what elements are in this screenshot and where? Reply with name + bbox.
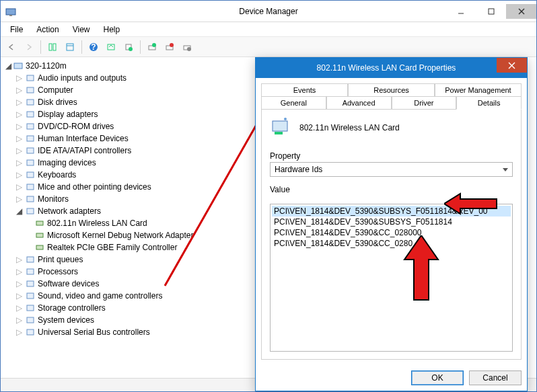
- tab-details[interactable]: Details: [456, 96, 522, 110]
- svg-text:?: ?: [91, 42, 96, 52]
- expander-icon[interactable]: ▷: [14, 146, 24, 155]
- tree-node-label: DVD/CD-ROM drives: [38, 122, 114, 131]
- update-driver-button[interactable]: [120, 39, 137, 55]
- properties-dialog: 802.11n Wireless LAN Card Properties Eve…: [255, 57, 528, 391]
- expander-icon[interactable]: ▷: [14, 315, 24, 325]
- svg-rect-40: [27, 293, 34, 299]
- dialog-close-button[interactable]: [497, 58, 527, 73]
- expander-icon[interactable]: ▷: [14, 303, 24, 313]
- tree-node-label: Disk drives: [38, 97, 77, 107]
- category-icon: [25, 97, 36, 108]
- tree-node-label: Computer: [38, 85, 73, 95]
- minimize-button[interactable]: [445, 4, 476, 19]
- expander-icon[interactable]: ▷: [14, 158, 24, 167]
- tree-node-label: Keyboards: [38, 170, 76, 180]
- value-row[interactable]: PCI\VEN_1814&DEV_5390&SUBSYS_F0511814: [272, 217, 511, 227]
- tab-events[interactable]: Events: [261, 83, 348, 96]
- cancel-button[interactable]: Cancel: [469, 370, 522, 385]
- svg-rect-26: [27, 124, 34, 129]
- svg-rect-36: [36, 245, 43, 249]
- scan-hardware-button[interactable]: [103, 39, 119, 55]
- property-combo[interactable]: Hardware Ids: [270, 162, 513, 177]
- dialog-titlebar[interactable]: 802.11n Wireless LAN Card Properties: [256, 58, 527, 78]
- dialog-button-row: OK Cancel: [256, 365, 527, 391]
- toolbar: ?: [1, 37, 536, 57]
- expander-icon[interactable]: ▷: [14, 255, 24, 264]
- svg-rect-48: [275, 132, 283, 134]
- tree-node-label: Processors: [38, 267, 78, 276]
- tree-node-label: Monitors: [38, 194, 69, 204]
- expander-icon[interactable]: ▷: [14, 170, 24, 180]
- help-button[interactable]: ?: [85, 39, 102, 55]
- svg-rect-41: [27, 305, 34, 311]
- expander-icon[interactable]: ▷: [14, 291, 24, 301]
- properties-button[interactable]: [62, 39, 78, 55]
- category-icon: [25, 109, 36, 120]
- svg-rect-27: [27, 136, 34, 141]
- svg-rect-1: [9, 15, 12, 16]
- tree-node-label: Print queues: [38, 255, 83, 264]
- svg-rect-35: [36, 233, 43, 237]
- tree-leaf-label: Realtek PCIe GBE Family Controller: [47, 243, 177, 252]
- menu-help[interactable]: Help: [98, 24, 126, 36]
- expander-icon[interactable]: ▷: [14, 122, 24, 131]
- expander-icon[interactable]: ▷: [14, 134, 24, 143]
- expander-icon[interactable]: ▷: [14, 194, 24, 204]
- svg-rect-0: [6, 9, 15, 15]
- expander-icon[interactable]: ▷: [14, 327, 24, 337]
- device-icon: [34, 218, 45, 229]
- dialog-title: 802.11n Wireless LAN Card Properties: [256, 63, 497, 73]
- expander-icon[interactable]: ▷: [14, 73, 24, 83]
- close-button[interactable]: [506, 4, 536, 19]
- expander-icon[interactable]: ▷: [14, 97, 24, 107]
- tree-leaf-label: 802.11n Wireless LAN Card: [47, 219, 147, 228]
- svg-rect-7: [53, 44, 56, 50]
- category-icon: [25, 303, 36, 313]
- expander-icon[interactable]: ▷: [14, 182, 24, 192]
- category-icon: [25, 290, 36, 301]
- value-row[interactable]: PCI\VEN_1814&DEV_5390&CC_0280: [272, 238, 511, 249]
- menu-action[interactable]: Action: [31, 24, 64, 36]
- svg-rect-30: [27, 172, 34, 178]
- tree-leaf-label: Microsoft Kernel Debug Network Adapter: [47, 231, 193, 240]
- forward-button[interactable]: [21, 39, 37, 55]
- category-icon: [25, 266, 36, 277]
- value-label: Value: [270, 185, 513, 194]
- show-hide-tree-button[interactable]: [44, 39, 61, 55]
- network-card-icon: [270, 116, 293, 139]
- titlebar: Device Manager: [1, 1, 536, 22]
- tab-resources[interactable]: Resources: [348, 83, 435, 96]
- value-row[interactable]: PCI\VEN_1814&DEV_5390&SUBSYS_F0511814&RE…: [272, 206, 511, 217]
- category-icon: [25, 73, 36, 83]
- device-name: 802.11n Wireless LAN Card: [299, 123, 400, 132]
- device-header: 802.11n Wireless LAN Card: [270, 116, 513, 139]
- expander-icon[interactable]: ▷: [14, 110, 24, 119]
- value-listbox[interactable]: PCI\VEN_1814&DEV_5390&SUBSYS_F0511814&RE…: [270, 204, 513, 352]
- tree-node-label: Mice and other pointing devices: [38, 182, 151, 192]
- tab-general[interactable]: General: [261, 96, 326, 109]
- disable-button[interactable]: [162, 39, 178, 55]
- svg-rect-37: [27, 257, 34, 262]
- svg-rect-34: [36, 221, 43, 225]
- tree-node-label: Display adapters: [38, 110, 98, 119]
- device-icon: [34, 242, 45, 253]
- expander-icon[interactable]: ▷: [14, 85, 24, 95]
- expander-icon[interactable]: ◢: [14, 206, 24, 216]
- expander-icon[interactable]: ◢: [3, 61, 13, 71]
- ok-button[interactable]: OK: [411, 370, 464, 385]
- uninstall-button[interactable]: [144, 39, 160, 55]
- tab-advanced[interactable]: Advanced: [326, 96, 392, 109]
- expander-icon[interactable]: ▷: [14, 267, 24, 276]
- menu-view[interactable]: View: [67, 24, 96, 36]
- tab-panel-details: 802.11n Wireless LAN Card Property Hardw…: [261, 109, 522, 360]
- tab-power-management[interactable]: Power Management: [435, 83, 522, 96]
- menu-file[interactable]: File: [5, 24, 28, 36]
- svg-rect-33: [27, 208, 34, 214]
- expander-icon[interactable]: ▷: [14, 279, 24, 288]
- back-button[interactable]: [3, 39, 20, 55]
- maximize-button[interactable]: [476, 4, 506, 19]
- enable-button[interactable]: [179, 39, 195, 55]
- tab-driver[interactable]: Driver: [392, 96, 457, 109]
- dialog-body: Events Resources Power Management Genera…: [256, 78, 527, 365]
- value-row[interactable]: PCI\VEN_1814&DEV_5390&CC_028000: [272, 227, 511, 238]
